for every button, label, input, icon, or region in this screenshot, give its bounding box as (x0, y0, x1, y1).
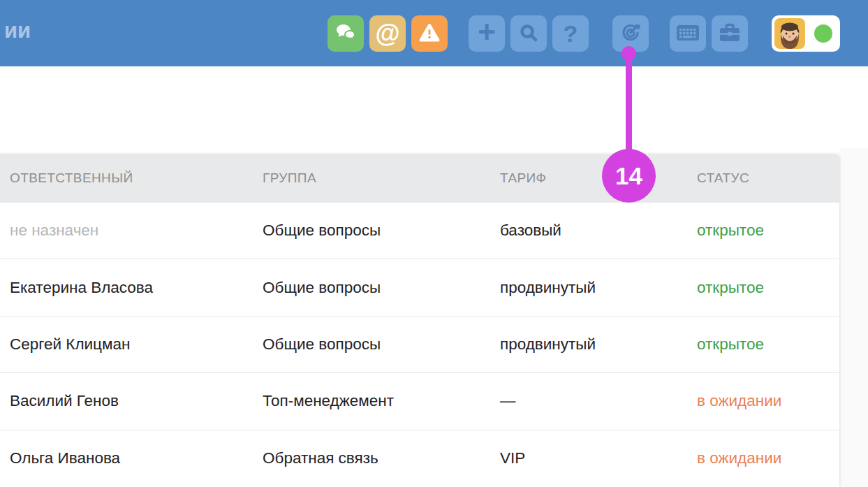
column-header-tariff: ТАРИФ (500, 170, 546, 186)
mention-at-icon: @ (375, 21, 399, 46)
online-status-dot (814, 24, 832, 43)
help-icon: ? (564, 22, 578, 45)
chat-bubbles-icon (335, 23, 356, 45)
alert-triangle-icon (418, 22, 441, 45)
table-body: не назначен Общие вопросы базовый открыт… (0, 203, 839, 487)
goals-target-button[interactable] (612, 15, 649, 52)
cell-group: Топ-менеджемент (263, 392, 394, 410)
table-row[interactable]: Ольга Иванова Обратная связь VIP в ожида… (0, 430, 839, 487)
cell-status: открытое (697, 335, 764, 354)
list-toolbar: сортировать по: времени последнего ответ… (0, 66, 868, 154)
cell-tariff: продвинутый (500, 279, 596, 297)
table-row[interactable]: Екатерина Власова Общие вопросы продвину… (0, 259, 839, 316)
app-window: ии @ + (0, 0, 868, 487)
cell-group: Общие вопросы (263, 279, 381, 297)
briefcase-icon (719, 23, 741, 45)
table-row[interactable]: Сергей Клицман Общие вопросы продвинутый… (0, 317, 839, 373)
cell-group: Обратная связь (263, 449, 378, 467)
top-navigation-bar: ии @ + (0, 0, 868, 66)
cell-tariff: — (500, 392, 516, 410)
cell-group: Общие вопросы (263, 335, 381, 354)
search-button[interactable] (510, 15, 547, 52)
cell-responsible: не назначен (10, 221, 98, 240)
add-ticket-button[interactable]: + (469, 15, 505, 52)
keyboard-shortcuts-button[interactable] (670, 15, 706, 52)
plus-icon: + (478, 17, 496, 48)
chat-notifications-button[interactable] (328, 15, 364, 52)
table-header-row: ОТВЕТСТВЕННЫЙ ГРУППА ТАРИФ СТАТУС (0, 154, 839, 203)
user-avatar (774, 18, 805, 49)
cell-responsible: Сергей Клицман (10, 335, 130, 354)
column-header-status: СТАТУС (697, 170, 749, 186)
cell-tariff: продвинутый (500, 335, 596, 354)
tickets-table: ОТВЕТСТВЕННЫЙ ГРУППА ТАРИФ СТАТУС не наз… (0, 154, 839, 487)
apps-briefcase-button[interactable] (712, 15, 748, 52)
cell-responsible: Василий Генов (10, 392, 119, 410)
table-row[interactable]: не назначен Общие вопросы базовый открыт… (0, 203, 839, 259)
keyboard-icon (676, 24, 700, 44)
cell-status: в ожидании (697, 392, 781, 410)
cell-status: открытое (697, 279, 764, 297)
help-button[interactable]: ? (552, 15, 589, 52)
cell-status: открытое (697, 221, 764, 240)
cell-group: Общие вопросы (263, 221, 381, 240)
search-icon (519, 23, 538, 45)
cell-status: в ожидании (697, 449, 781, 467)
mention-notifications-button[interactable]: @ (369, 15, 406, 52)
cell-responsible: Екатерина Власова (10, 279, 153, 297)
page-background-gutter (839, 148, 868, 487)
alert-notifications-button[interactable] (411, 15, 448, 52)
user-account-button[interactable] (772, 15, 840, 52)
column-header-responsible: ОТВЕТСТВЕННЫЙ (10, 170, 133, 186)
table-row[interactable]: Василий Генов Топ-менеджемент — в ожидан… (0, 373, 839, 430)
target-goal-icon (619, 22, 642, 46)
nav-item-truncated[interactable]: ии (4, 18, 31, 43)
column-header-group: ГРУППА (263, 170, 316, 186)
cell-tariff: VIP (500, 449, 525, 467)
cell-tariff: базовый (500, 221, 561, 240)
cell-responsible: Ольга Иванова (10, 449, 120, 467)
